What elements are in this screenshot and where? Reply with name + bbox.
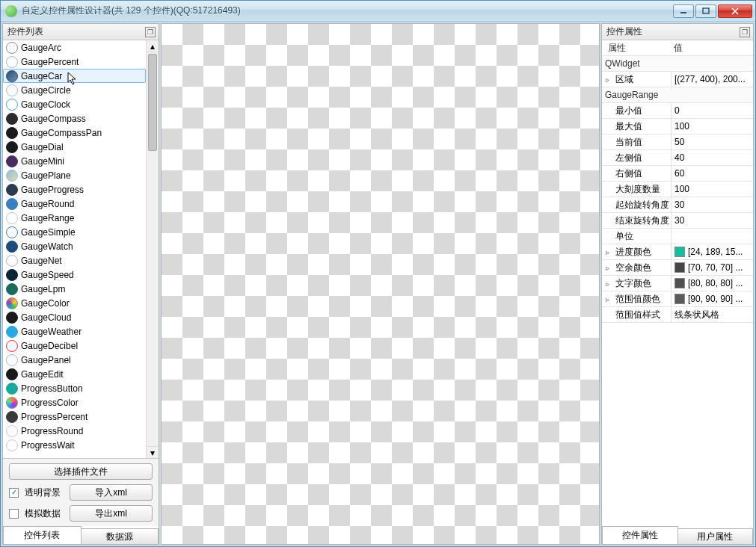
list-item[interactable]: GaugeCompass: [3, 111, 146, 126]
prop-group-qwidget[interactable]: QWidget: [602, 56, 753, 72]
list-item[interactable]: GaugeProgress: [3, 182, 146, 197]
transparent-bg-label: 透明背景: [25, 486, 64, 499]
scrollbar-vertical[interactable]: ▴ ▾: [146, 40, 159, 458]
dock-icon[interactable]: ❐: [740, 27, 750, 37]
export-xml-button[interactable]: 导出xml: [70, 505, 153, 522]
titlebar[interactable]: 自定义控件属性设计器(共 129 个控件)(QQ:517216493): [1, 1, 755, 22]
list-item[interactable]: ProgressRound: [3, 424, 146, 438]
dock-icon[interactable]: ❐: [145, 27, 156, 37]
list-item[interactable]: GaugeWeather: [3, 324, 146, 339]
prop-group-gaugerange[interactable]: GaugeRange: [602, 87, 753, 103]
list-item-label: GaugeWeather: [21, 327, 82, 337]
gauge-icon: [6, 42, 18, 54]
list-item[interactable]: GaugeEdit: [3, 367, 146, 381]
prop-row[interactable]: 结束旋转角度30: [602, 213, 753, 229]
prop-row[interactable]: 最小值0: [602, 103, 753, 119]
gauge-icon: [6, 170, 18, 182]
gauge-icon: [6, 184, 18, 196]
mock-data-checkbox[interactable]: [9, 509, 19, 519]
list-item-label: GaugeRound: [21, 199, 74, 209]
gauge-icon: [6, 439, 18, 451]
tab-data-source[interactable]: 数据源: [82, 528, 159, 544]
expand-icon[interactable]: ▹: [602, 75, 612, 84]
select-plugin-button[interactable]: 选择插件文件: [9, 463, 153, 480]
list-item-label: GaugeNet: [21, 256, 62, 266]
maximize-button[interactable]: [695, 4, 716, 18]
prop-row[interactable]: 最大值100: [602, 119, 753, 135]
list-item-label: GaugeProgress: [21, 185, 84, 195]
list-item[interactable]: GaugeNet: [3, 253, 146, 268]
list-item[interactable]: GaugePercent: [3, 55, 146, 69]
gauge-icon: [6, 113, 18, 125]
list-item-label: GaugeCloud: [21, 312, 71, 323]
list-item-label: ProgressColor: [21, 398, 79, 408]
color-swatch: [674, 262, 685, 273]
right-tabs: 控件属性 用户属性: [602, 526, 753, 544]
minimize-button[interactable]: [673, 4, 694, 18]
left-panel-title: 控件列表: [7, 25, 43, 38]
prop-row-color[interactable]: ▹空余颜色[70, 70, 70] ...: [602, 260, 753, 276]
list-item[interactable]: ProgressButton: [3, 381, 146, 395]
prop-row-color[interactable]: ▹范围值颜色[90, 90, 90] ...: [602, 291, 753, 307]
list-item[interactable]: GaugeCompassPan: [3, 126, 146, 140]
scroll-thumb[interactable]: [148, 54, 157, 151]
prop-row[interactable]: 起始旋转角度30: [602, 197, 753, 213]
expand-icon[interactable]: ▹: [602, 248, 612, 256]
gauge-icon: [6, 368, 18, 380]
list-item-label: GaugeColor: [21, 298, 70, 309]
list-item[interactable]: GaugeSimple: [3, 225, 146, 239]
prop-row[interactable]: 单位: [602, 229, 753, 244]
list-item[interactable]: GaugePlane: [3, 168, 146, 182]
list-item[interactable]: GaugeDial: [3, 140, 146, 154]
list-item[interactable]: GaugeCar: [3, 69, 146, 83]
tab-widget-props[interactable]: 控件属性: [602, 526, 678, 544]
list-item[interactable]: GaugeArc: [3, 40, 146, 55]
gauge-icon: [6, 383, 18, 395]
gauge-icon: [6, 84, 18, 96]
list-item[interactable]: GaugeMini: [3, 154, 146, 168]
list-item[interactable]: GaugeClock: [3, 97, 146, 111]
prop-row[interactable]: 右侧值60: [602, 166, 753, 182]
list-item-label: ProgressPercent: [21, 412, 87, 422]
tab-widget-list[interactable]: 控件列表: [3, 526, 82, 544]
left-panel-header[interactable]: 控件列表 ❐: [3, 24, 159, 40]
list-item[interactable]: ProgressPercent: [3, 410, 146, 424]
right-panel-header[interactable]: 控件属性 ❐: [602, 24, 753, 40]
gauge-icon: [6, 354, 18, 366]
color-swatch: [674, 278, 685, 288]
list-item[interactable]: GaugePanel: [3, 353, 146, 367]
list-item[interactable]: GaugeColor: [3, 296, 146, 310]
list-item[interactable]: GaugeSpeed: [3, 268, 146, 282]
prop-row-color[interactable]: ▹文字颜色[80, 80, 80] ...: [602, 276, 753, 291]
prop-row[interactable]: 当前值50: [602, 135, 753, 150]
prop-row-color[interactable]: ▹进度颜色[24, 189, 15...: [602, 244, 753, 260]
list-item[interactable]: ProgressWait: [3, 438, 146, 452]
list-item[interactable]: GaugeDecibel: [3, 339, 146, 353]
prop-row-region[interactable]: ▹ 区域 [(277, 400), 200...: [602, 72, 753, 87]
gauge-icon: [6, 155, 18, 167]
widget-list[interactable]: GaugeArcGaugePercentGaugeCarGaugeCircleG…: [3, 40, 146, 458]
list-item[interactable]: ProgressColor: [3, 395, 146, 410]
expand-icon[interactable]: ▹: [602, 264, 612, 272]
list-item[interactable]: GaugeRange: [3, 211, 146, 225]
list-item[interactable]: GaugeRound: [3, 197, 146, 211]
scroll-down-icon[interactable]: ▾: [147, 446, 159, 458]
prop-row[interactable]: 左侧值40: [602, 150, 753, 166]
gauge-icon: [6, 70, 18, 82]
list-item[interactable]: GaugeCircle: [3, 83, 146, 97]
prop-row-style[interactable]: 范围值样式 线条状风格: [602, 307, 753, 323]
list-item[interactable]: GaugeCloud: [3, 310, 146, 324]
tab-user-props[interactable]: 用户属性: [678, 528, 754, 544]
transparent-bg-checkbox[interactable]: [9, 488, 19, 498]
list-item-label: GaugeDial: [21, 142, 64, 152]
list-item[interactable]: GaugeLpm: [3, 282, 146, 296]
list-item[interactable]: GaugeWatch: [3, 239, 146, 253]
expand-icon[interactable]: ▹: [602, 295, 612, 303]
scroll-up-icon[interactable]: ▴: [147, 40, 159, 52]
import-xml-button[interactable]: 导入xml: [70, 484, 153, 501]
gauge-icon: [6, 198, 18, 210]
close-button[interactable]: [718, 4, 752, 18]
prop-row[interactable]: 大刻度数量100: [602, 182, 753, 197]
design-canvas[interactable]: [161, 23, 600, 545]
expand-icon[interactable]: ▹: [602, 279, 612, 288]
